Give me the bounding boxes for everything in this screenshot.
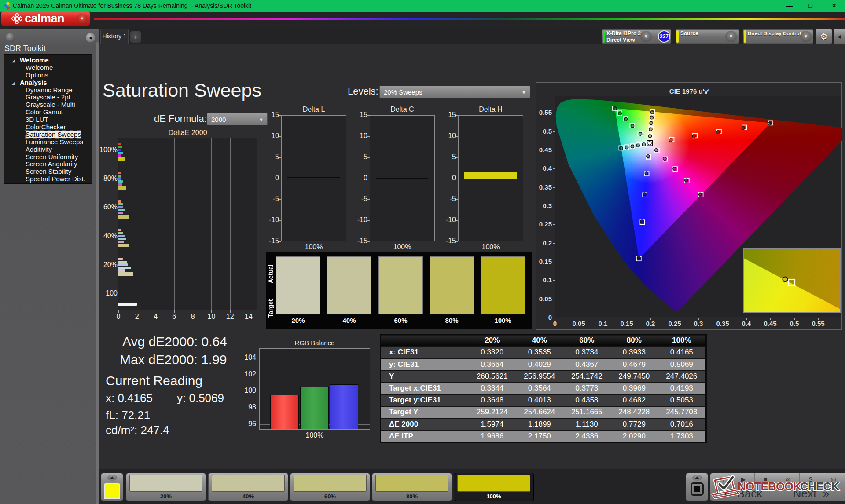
svg-text:NOTEBOOK: NOTEBOOK (738, 480, 801, 493)
svg-text:CHECK: CHECK (800, 480, 839, 493)
